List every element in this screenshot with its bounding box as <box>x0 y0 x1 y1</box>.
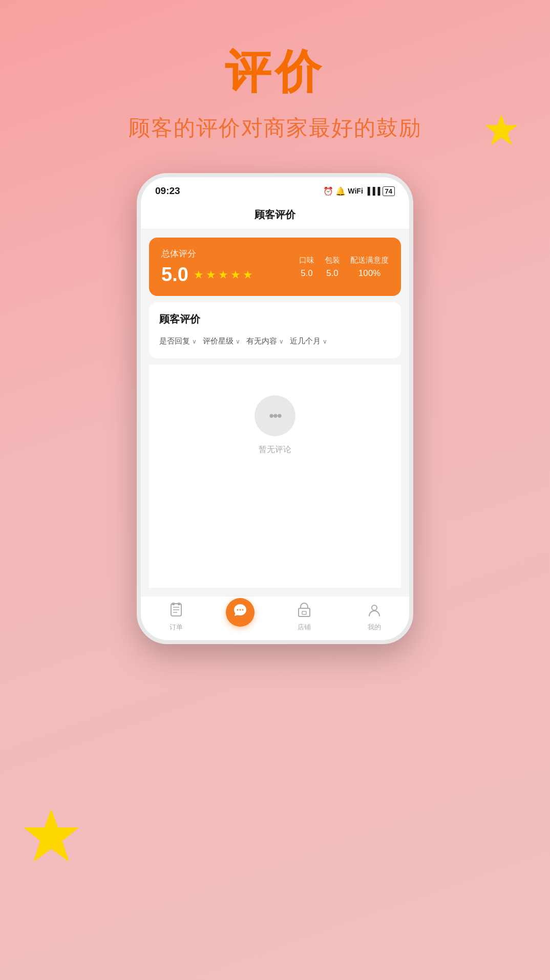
mine-label: 我的 <box>368 623 381 632</box>
page-subtitle: 顾客的评价对商家最好的鼓励 <box>129 114 421 142</box>
chevron-down-icon: ∨ <box>236 338 240 345</box>
page-title: 评价 <box>225 41 325 103</box>
svg-rect-11 <box>299 608 310 616</box>
svg-point-9 <box>239 609 241 611</box>
person-icon <box>367 603 382 621</box>
rating-col-delivery: 配送满意度 100% <box>350 255 389 279</box>
delivery-label: 配送满意度 <box>350 255 389 265</box>
rating-card: 总体评分 5.0 ★ ★ ★ ★ ★ 口味 <box>149 238 401 296</box>
nav-bar: 顾客评价 <box>141 201 409 229</box>
reviews-card: 顾客评价 是否回复 ∨ 评价星级 ∨ 有无内容 ∨ 近几个月 <box>149 302 401 358</box>
filter-months-label: 近几个月 <box>290 336 321 346</box>
filter-replied[interactable]: 是否回复 ∨ <box>159 334 197 348</box>
wifi-icon: WiFi <box>348 187 363 195</box>
svg-marker-1 <box>24 809 79 862</box>
phone-mockup: 09:23 ⏰ 🔔 WiFi ▐▐▐ 74 顾客评价 总体评分 5.0 <box>137 173 413 644</box>
status-icons: ⏰ 🔔 WiFi ▐▐▐ 74 <box>323 186 395 196</box>
filter-content[interactable]: 有无内容 ∨ <box>246 334 284 348</box>
filter-stars[interactable]: 评价星级 ∨ <box>203 334 240 348</box>
dots-icon: ••• <box>269 408 281 424</box>
filter-row: 是否回复 ∨ 评价星级 ∨ 有无内容 ∨ 近几个月 ∨ <box>159 334 391 348</box>
chevron-down-icon: ∨ <box>279 338 284 345</box>
nav-title: 顾客评价 <box>255 209 295 220</box>
chevron-down-icon: ∨ <box>192 338 197 345</box>
rating-label: 总体评分 <box>161 248 253 260</box>
nav-item-center[interactable] <box>226 608 255 627</box>
filter-content-label: 有无内容 <box>246 336 277 346</box>
taste-label: 口味 <box>299 255 314 265</box>
orders-label: 订单 <box>170 623 183 632</box>
filter-replied-label: 是否回复 <box>159 336 190 346</box>
phone-content: 总体评分 5.0 ★ ★ ★ ★ ★ 口味 <box>141 229 409 596</box>
bell-icon: 🔔 <box>335 186 346 196</box>
orders-icon <box>169 603 183 621</box>
empty-state: ••• 暂无评论 <box>149 365 401 588</box>
rating-right: 口味 5.0 包装 5.0 配送满意度 100% <box>299 255 389 279</box>
svg-point-10 <box>242 609 243 611</box>
svg-marker-0 <box>485 115 518 145</box>
empty-text: 暂无评论 <box>259 444 291 455</box>
rating-left: 总体评分 5.0 ★ ★ ★ ★ ★ <box>161 248 253 286</box>
svg-rect-12 <box>302 611 306 614</box>
shop-label: 店铺 <box>298 623 311 632</box>
status-time: 09:23 <box>155 185 180 197</box>
nav-item-shop[interactable]: 店铺 <box>284 603 325 632</box>
rating-col-taste: 口味 5.0 <box>299 255 314 279</box>
reviews-title: 顾客评价 <box>159 312 391 326</box>
empty-comment-icon: ••• <box>255 395 295 436</box>
chat-icon <box>232 603 248 622</box>
rating-score-row: 5.0 ★ ★ ★ ★ ★ <box>161 264 253 286</box>
package-label: 包装 <box>325 255 340 265</box>
signal-icon: ▐▐▐ <box>365 187 380 195</box>
center-button[interactable] <box>226 598 255 627</box>
filter-stars-label: 评价星级 <box>203 336 234 346</box>
status-bar: 09:23 ⏰ 🔔 WiFi ▐▐▐ 74 <box>141 177 409 201</box>
filter-months[interactable]: 近几个月 ∨ <box>290 334 327 348</box>
svg-rect-7 <box>178 603 180 605</box>
nav-item-mine[interactable]: 我的 <box>354 603 395 632</box>
star-4: ★ <box>230 268 241 282</box>
nav-item-orders[interactable]: 订单 <box>156 603 197 632</box>
rating-score: 5.0 <box>161 264 188 286</box>
package-value: 5.0 <box>326 268 339 279</box>
taste-value: 5.0 <box>301 268 313 279</box>
deco-star-bottom-left <box>20 806 82 867</box>
alarm-icon: ⏰ <box>323 186 333 196</box>
bottom-nav: 订单 <box>141 596 409 640</box>
phone-body: 09:23 ⏰ 🔔 WiFi ▐▐▐ 74 顾客评价 总体评分 5.0 <box>137 173 413 644</box>
rating-col-package: 包装 5.0 <box>325 255 340 279</box>
delivery-value: 100% <box>358 268 380 279</box>
star-3: ★ <box>218 268 228 282</box>
star-1: ★ <box>194 268 204 282</box>
stars: ★ ★ ★ ★ ★ <box>194 268 253 282</box>
chevron-down-icon: ∨ <box>323 338 327 345</box>
svg-point-8 <box>237 609 238 611</box>
svg-rect-6 <box>172 603 175 605</box>
svg-point-13 <box>372 605 377 610</box>
shop-icon <box>297 603 311 621</box>
star-5: ★ <box>243 268 253 282</box>
battery-icon: 74 <box>383 186 395 196</box>
deco-star-top-right <box>483 113 519 148</box>
star-2: ★ <box>206 268 216 282</box>
